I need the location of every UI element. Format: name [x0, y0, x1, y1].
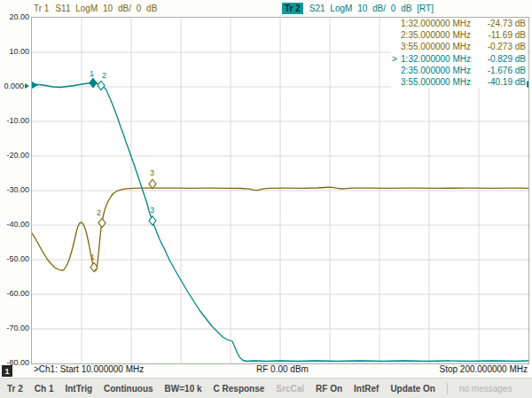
marker-frequency: 1:32.000000 MHz [401, 19, 471, 28]
trace1-tab[interactable]: Tr 1 [34, 4, 49, 13]
marker-1-s21-label: 1 [90, 69, 94, 78]
marker-value: -0.273 dB [480, 42, 526, 51]
y-axis-label: 0.000 [0, 82, 29, 91]
y-axis-label: -20.00 [0, 151, 29, 160]
marker-1-s21-diamond[interactable] [90, 79, 97, 88]
marker-frequency: 1:32.000000 MHz [401, 54, 471, 64]
status-item-srccal: SrcCal [276, 384, 304, 394]
y-axis-tick-text: -60.00 [6, 289, 29, 298]
marker-frequency: 3:55.000000 MHz [401, 77, 471, 87]
y-axis-tick-text: -30.00 [6, 185, 29, 194]
status-message: no messages [459, 384, 512, 394]
y-axis-label: 20.00 [0, 12, 29, 22]
trace2-params[interactable]: S21 LogM 10 dB/ 0 dB [RT] [309, 4, 434, 13]
y-axis-label: -50.00 [0, 254, 29, 264]
status-item-inttrig[interactable]: IntTrig [65, 384, 92, 394]
marker-value: -11.69 dB [480, 30, 526, 40]
marker-frequency: 3:55.000000 MHz [401, 42, 471, 51]
channel-indicator[interactable]: 1 [2, 365, 12, 377]
y-axis-label: -30.00 [0, 185, 29, 195]
marker-2-s11-diamond[interactable] [98, 219, 106, 228]
marker-2-s21-label: 2 [102, 71, 106, 80]
marker-3-s21-label: 3 [150, 206, 154, 215]
trace2-tab[interactable]: Tr 2 [282, 3, 303, 14]
marker-3-s11-label: 3 [150, 168, 154, 177]
status-item-c-response[interactable]: C Response [214, 384, 265, 394]
y-axis-label: -60.00 [0, 289, 29, 299]
start-frequency-label[interactable]: >Ch1: Start 10.000000 MHz [34, 364, 144, 374]
y-axis-tick-text: -70.00 [6, 324, 29, 332]
y-axis-tick-text: 0.000 [4, 82, 24, 90]
status-item-update-on[interactable]: Update On [390, 384, 435, 394]
marker-readout-row: 2:35.000000 MHz-11.69 dB [392, 29, 526, 41]
trace2-header: Tr 2 S21 LogM 10 dB/ 0 dB [RT] [282, 2, 434, 14]
marker-3-s11-diamond[interactable] [149, 180, 156, 189]
marker-value: -1.676 dB [480, 66, 526, 75]
marker-readout-row: 2:35.000000 MHz-1.676 dB [392, 65, 526, 76]
status-item-ch-1[interactable]: Ch 1 [35, 384, 54, 394]
marker-frequency: 2:35.000000 MHz [401, 30, 471, 40]
marker-value: -0.829 dB [480, 54, 526, 64]
status-item-continuous[interactable]: Continuous [104, 384, 153, 394]
y-axis-label: -10.00 [0, 116, 29, 126]
status-divider [447, 383, 448, 394]
y-axis-tick-text: 10.00 [9, 47, 29, 56]
status-item-bw-10-k[interactable]: BW=10 k [165, 384, 202, 394]
y-axis-tick-text: -40.00 [6, 220, 29, 229]
marker-2-s11-label: 2 [97, 208, 101, 217]
trace2-ref-level-arrow-icon [25, 83, 29, 89]
trace1-params[interactable]: S11 LogM 10 dB/ 0 dB [55, 4, 157, 13]
marker-readout-row: 3:55.000000 MHz-40.19 dB [392, 76, 526, 88]
y-axis-tick-text: 20.00 [9, 12, 29, 21]
marker-value: -40.19 dB [480, 77, 526, 87]
active-marker-prefix: > [392, 54, 401, 64]
marker-1-s11-label: 1 [90, 253, 95, 261]
stop-frequency-label[interactable]: Stop 200.000000 MHz [439, 364, 528, 374]
y-axis-tick-text: -50.00 [6, 254, 29, 263]
marker-readout-row: 3:55.000000 MHz-0.273 dB [392, 41, 526, 52]
status-item-tr-2[interactable]: Tr 2 [7, 384, 23, 394]
y-axis-label: -40.00 [0, 220, 29, 230]
trace1-header: Tr 1 S11 LogM 10 dB/ 0 dB [34, 2, 157, 14]
vna-screen: Tr 1 S11 LogM 10 dB/ 0 dB Tr 2 S21 LogM … [0, 0, 532, 398]
marker-readout-row: >1:32.000000 MHz-0.829 dB [392, 53, 526, 65]
status-item-rf-on[interactable]: RF On [316, 384, 342, 394]
y-axis-label: -70.00 [0, 324, 29, 333]
y-axis-label: 10.00 [0, 47, 29, 57]
marker-2-s21-diamond[interactable] [98, 82, 105, 90]
marker-readout-row: 1:32.000000 MHz-24.73 dB [392, 18, 526, 29]
ref-level-arrow-icon [32, 82, 38, 89]
y-axis-tick-text: -20.00 [6, 151, 29, 160]
y-axis-tick-text: -10.00 [6, 116, 29, 125]
status-item-intref[interactable]: IntRef [354, 384, 379, 394]
marker-readout-panel: 1:32.000000 MHz-24.73 dB2:35.000000 MHz-… [391, 18, 527, 88]
marker-3-s21-diamond[interactable] [149, 216, 156, 225]
marker-frequency: 2:35.000000 MHz [401, 66, 471, 75]
rf-power-label[interactable]: RF 0.00 dBm [256, 364, 309, 374]
marker-value: -24.73 dB [480, 19, 526, 28]
status-bar: Tr 2Ch 1IntTrigContinuousBW=10 kC Respon… [0, 378, 532, 398]
